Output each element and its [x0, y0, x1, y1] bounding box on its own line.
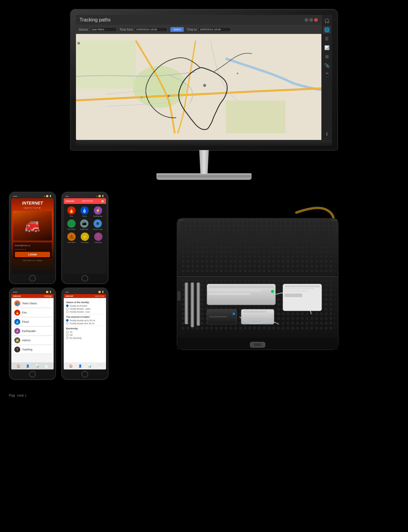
monitor-bottom-bar — [76, 140, 332, 146]
phone3-list: 👥 Team Status 🔥 Fire 💧 Flood ⚡ Earthquak… — [11, 298, 54, 362]
time-from-label: Time from — [120, 28, 133, 31]
list-item-tracking[interactable]: 📍 Tracking — [13, 345, 52, 354]
svg-rect-29 — [243, 314, 261, 315]
earthquake-label: Earthquake — [22, 330, 36, 333]
select-button[interactable]: Select — [170, 27, 184, 32]
team-status-icon: 👥 — [14, 300, 20, 306]
phone1-email-display: team@imon.si — [15, 244, 50, 247]
radio-3a[interactable] — [66, 331, 68, 333]
nav-icon-1[interactable]: 🏠 — [17, 364, 20, 368]
sidebar-chart-icon[interactable]: 📊 — [323, 44, 331, 51]
list-item-fire[interactable]: 🔥 Fire — [13, 308, 52, 317]
maximize-btn[interactable] — [309, 18, 313, 22]
phone2-status-bar: ■■■ ▲ 📶 🔋 — [64, 194, 106, 198]
sidebar-headphones-icon[interactable]: 🎧 — [323, 17, 331, 24]
cat-fire[interactable]: 🔥 Fire — [67, 206, 76, 217]
toolbar-timeto-group: Time to 26/05/2014 18:06 — [187, 27, 231, 32]
svg-rect-20 — [208, 285, 274, 288]
close-btn[interactable] — [314, 18, 318, 22]
phone4-nav-icon2[interactable]: 👤 — [78, 364, 82, 368]
facility-opt1b[interactable]: Facility flooded - water — [66, 308, 104, 310]
phone4-carrier: ■■■ — [66, 291, 69, 293]
radio-3b[interactable] — [66, 334, 68, 336]
facility-opt2a[interactable]: Facility flooded up to 30 cm — [66, 319, 104, 322]
cat-earthquake[interactable]: ⚡ Earthquake — [93, 206, 102, 217]
phone2-status-icons: ▲ 📶 🔋 — [96, 195, 104, 197]
phone4-nav-icon4[interactable]: 📄 — [97, 364, 101, 368]
facility-opt3c[interactable]: No electricity — [66, 337, 104, 339]
phone4-status-bar: ■■■ 📶 🔋 — [64, 290, 106, 294]
svg-rect-31 — [284, 285, 320, 287]
list-item-earthquake[interactable]: ⚡ Earthquake — [13, 327, 52, 335]
minimize-btn[interactable] — [305, 18, 308, 22]
cat-flood[interactable]: 💧 Flood — [80, 206, 89, 217]
phone4-home-btn[interactable] — [82, 371, 88, 377]
sidebar-info-icon[interactable]: ℹ — [323, 130, 331, 138]
phone4-header: internet INSTITUTE — [64, 294, 106, 298]
facility-section3-title: Electricity: — [66, 327, 104, 330]
map-area — [76, 34, 321, 140]
phones-grid: ■■■■ ▲ 📶 🔋 internet INSTITUTE 🚒 tea — [9, 192, 110, 380]
device-input[interactable]: Juan Riero — [90, 27, 117, 32]
cat-unknown[interactable]: ❓ Unknown — [94, 233, 102, 243]
phone-facility-status: ■■■ 📶 🔋 internet INSTITUTE Status of the… — [61, 288, 108, 380]
phone4-nav-icon3[interactable]: 📊 — [88, 364, 91, 368]
phone3-home-btn[interactable] — [29, 371, 36, 377]
monitor-screen: Tracking paths Device Juan Riero — [76, 15, 332, 140]
phone1-password-display: •••••••• — [15, 247, 50, 251]
sidebar-tablet-icon[interactable]: 📱 — [323, 71, 331, 78]
phone-categories: ■■■ ▲ 📶 🔋 internet INSTITUTE 🏠 🔥 Fire — [61, 192, 108, 284]
sidebar-grid-icon[interactable]: ⊞ — [323, 53, 331, 60]
radio-1a[interactable] — [66, 305, 68, 307]
sidebar-globe-icon[interactable]: 🌐 — [323, 26, 331, 33]
monitor-bezel: Tracking paths Device Juan Riero — [70, 9, 338, 151]
screen-title: Tracking paths — [80, 17, 110, 23]
sidebar-clip-icon[interactable]: 📎 — [323, 62, 331, 69]
nav-icon-4[interactable]: 📄 — [45, 364, 48, 368]
separator: rved. | — [17, 394, 26, 397]
sidebar-list-icon[interactable]: ☰ — [323, 35, 331, 42]
opt2a-text: Facility flooded up to 30 cm — [70, 319, 95, 322]
phone3-status-bar: ■■■■ 📶 🔋 — [11, 290, 54, 294]
radio-3c[interactable] — [66, 337, 68, 339]
facility-opt3a[interactable]: On — [66, 331, 104, 333]
phone3-screen: internet Settings 👥 Team Status 🔥 Fire 💧… — [11, 294, 54, 369]
svg-point-8 — [237, 73, 239, 74]
phone1-home-btn[interactable] — [29, 275, 36, 282]
svg-rect-22 — [208, 289, 262, 291]
phone-login: ■■■■ ▲ 📶 🔋 internet INSTITUTE 🚒 tea — [9, 192, 56, 284]
time-from-input[interactable]: 23/05/2014 18:06 — [135, 27, 167, 32]
cat-avalanche[interactable]: 🏔 Avalanche — [80, 219, 88, 230]
facility-opt1a[interactable]: Facility not flooded — [66, 305, 104, 307]
phone2-home-btn[interactable] — [82, 275, 88, 282]
radio-1b[interactable] — [66, 308, 68, 310]
list-item-alarms[interactable]: 🔔 Alarms — [13, 336, 52, 344]
list-item-flood[interactable]: 💧 Flood — [13, 318, 52, 326]
opt3b-text: Off — [70, 334, 72, 336]
svg-rect-32 — [284, 288, 314, 289]
facility-opt3b[interactable]: Off — [66, 334, 104, 336]
facility-opt2b[interactable]: Facility flooded over 30 cm — [66, 322, 104, 324]
radio-2b[interactable] — [66, 322, 68, 324]
cat-power[interactable]: ⚡ No power — [81, 233, 89, 243]
cat-tree[interactable]: 🌲 Tree down — [67, 219, 76, 230]
nav-icon-2[interactable]: 👤 — [26, 364, 29, 368]
list-item-team-status[interactable]: 👥 Team Status — [13, 299, 52, 308]
hardware-section — [116, 192, 399, 370]
phone1-logo: internet INSTITUTE — [22, 201, 43, 210]
radio-2a[interactable] — [66, 319, 68, 322]
time-to-input[interactable]: 26/05/2014 18:06 — [198, 27, 231, 32]
cat-line[interactable]: ⚠ Line down — [67, 233, 76, 243]
phone3-settings[interactable]: Settings — [44, 295, 52, 297]
tracking-icon: 📍 — [14, 347, 20, 352]
cat-snow[interactable]: ❄ Heavy snow — [93, 219, 103, 230]
opt1a-text: Facility not flooded — [70, 305, 87, 307]
facility-opt1c[interactable]: Facility flooded - mud — [66, 311, 104, 313]
screen-toolbar: Device Juan Riero Time from 23/05/2014 1… — [76, 25, 321, 34]
nav-icon-3[interactable]: 📊 — [35, 364, 39, 368]
phone1-login-btn[interactable]: LOGIN — [15, 252, 50, 257]
flood-label: Flood — [22, 320, 29, 323]
phone4-nav-icon1[interactable]: 🏠 — [69, 364, 73, 368]
svg-rect-34 — [284, 294, 302, 297]
radio-1c[interactable] — [66, 311, 68, 313]
